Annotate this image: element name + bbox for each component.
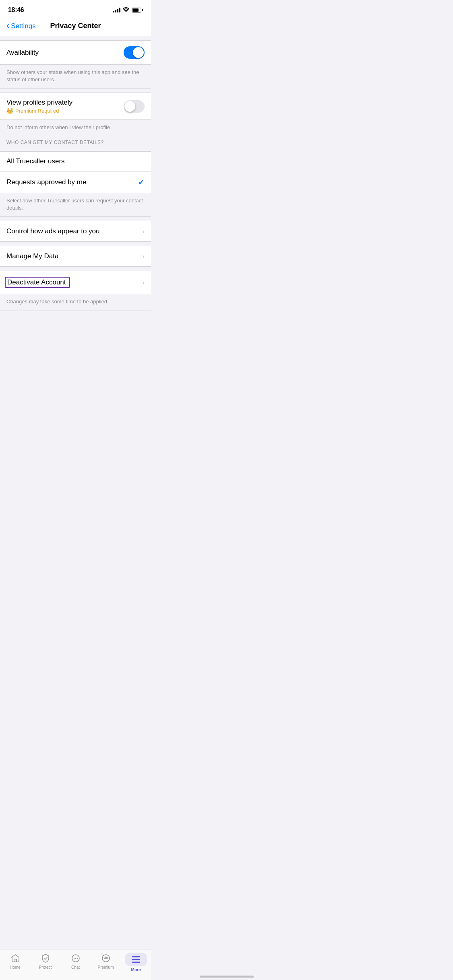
deactivate-highlight-box: Deactivate Account: [5, 277, 70, 288]
view-profiles-label: View profiles privately: [6, 99, 72, 107]
spacer-4: [0, 242, 151, 246]
control-ads-arrow: ›: [142, 227, 145, 236]
manage-data-arrow: ›: [142, 252, 145, 261]
view-profiles-section: View profiles privately 👑 Premium Requir…: [0, 93, 151, 120]
deactivate-label: Deactivate Account: [6, 277, 70, 288]
nav-header: ‹ Settings Privacy Center: [0, 18, 151, 36]
view-profiles-row: View profiles privately 👑 Premium Requir…: [0, 93, 151, 119]
signal-icon: [113, 8, 120, 12]
manage-data-label: Manage My Data: [6, 252, 58, 260]
status-time: 18:46: [8, 6, 24, 14]
manage-data-row[interactable]: Manage My Data ›: [0, 246, 151, 266]
page-title: Privacy Center: [50, 22, 101, 30]
availability-toggle[interactable]: [124, 46, 145, 59]
contact-option-approved-label: Requests approved by me: [6, 178, 86, 186]
toggle-knob: [133, 47, 144, 58]
contact-option-all-label: All Truecaller users: [6, 157, 65, 165]
battery-icon: [132, 8, 143, 12]
contact-option-approved[interactable]: Requests approved by me ✓: [0, 172, 151, 193]
crown-icon: 👑: [6, 107, 13, 114]
main-content: Availability Show others your status whe…: [0, 36, 151, 350]
manage-data-section: Manage My Data ›: [0, 246, 151, 267]
view-profiles-left: View profiles privately 👑 Premium Requir…: [6, 99, 72, 114]
premium-label: Premium Required: [15, 108, 59, 114]
control-ads-section: Control how ads appear to you ›: [0, 221, 151, 242]
spacer-3: [0, 217, 151, 221]
checkmark-icon: ✓: [138, 177, 145, 187]
status-icons: [113, 6, 143, 14]
spacer-1: [0, 36, 151, 40]
contact-option-all[interactable]: All Truecaller users: [0, 152, 151, 172]
deactivate-caption: Changes may take some time to be applied…: [0, 294, 151, 311]
availability-section: Availability: [0, 40, 151, 65]
spacer-2: [0, 89, 151, 93]
control-ads-row[interactable]: Control how ads appear to you ›: [0, 221, 151, 241]
availability-row: Availability: [0, 41, 151, 64]
view-profiles-caption-text: Do not inform others when I view their p…: [6, 124, 110, 130]
wifi-icon: [123, 6, 129, 14]
contact-options-section: All Truecaller users Requests approved b…: [0, 151, 151, 193]
deactivate-row[interactable]: Deactivate Account ›: [0, 271, 151, 294]
deactivate-section: Deactivate Account ›: [0, 271, 151, 294]
premium-badge: 👑 Premium Required: [6, 107, 72, 114]
availability-label: Availability: [6, 49, 39, 57]
back-icon: ‹: [6, 21, 9, 30]
spacer-6: [0, 311, 151, 315]
status-bar: 18:46: [0, 0, 151, 18]
availability-caption: Show others your status when using this …: [0, 65, 151, 89]
spacer-5: [0, 267, 151, 271]
contact-section-header: WHO CAN GET MY CONTACT DETAILS?: [6, 140, 104, 145]
back-button[interactable]: ‹ Settings: [6, 22, 36, 30]
deactivate-arrow: ›: [142, 278, 145, 287]
back-label: Settings: [11, 22, 35, 30]
contact-caption: Select how other Truecaller users can re…: [0, 193, 151, 217]
control-ads-label: Control how ads appear to you: [6, 227, 100, 235]
view-profiles-caption: Do not inform others when I view their p…: [0, 120, 151, 151]
view-profiles-toggle[interactable]: [124, 100, 145, 113]
toggle-knob-2: [124, 101, 135, 112]
